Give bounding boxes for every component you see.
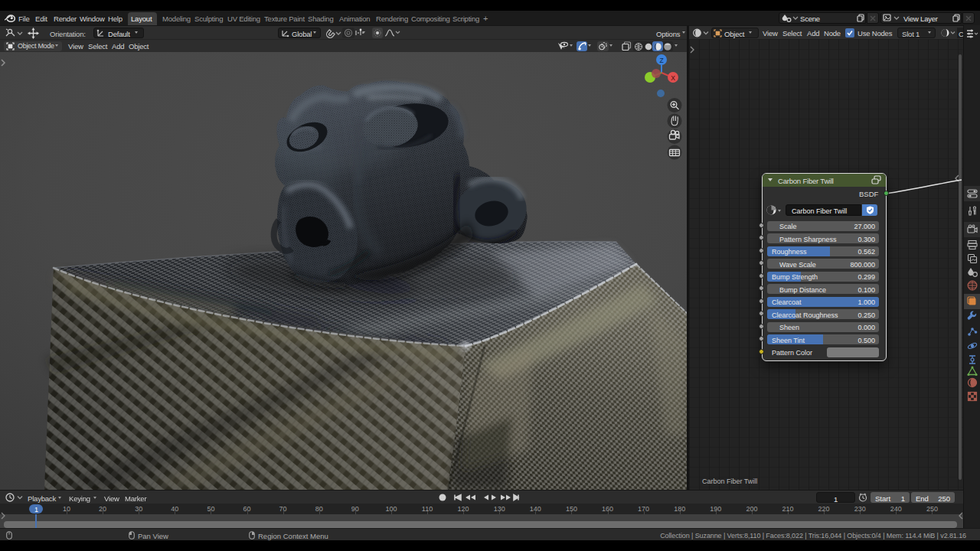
svg-text:Z: Z	[659, 57, 663, 64]
svg-text:X: X	[671, 74, 675, 82]
